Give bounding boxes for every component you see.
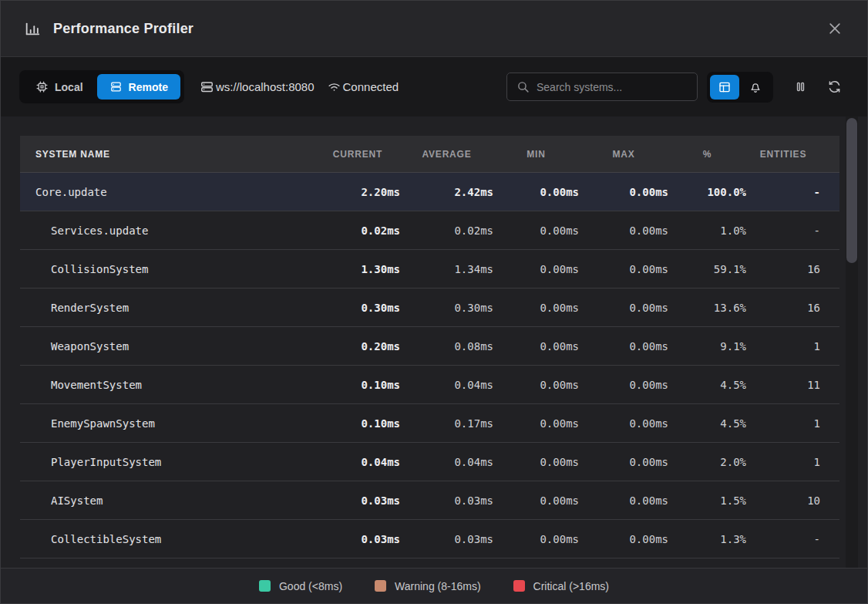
server-icon [200, 79, 214, 94]
table-grid-icon [718, 80, 732, 94]
legend-label: Warning (8-16ms) [395, 580, 481, 592]
legend-item: Warning (8-16ms) [375, 580, 481, 592]
refresh-button[interactable] [821, 74, 847, 100]
legend-item: Critical (>16ms) [513, 580, 609, 592]
window-header: Performance Profiler [1, 1, 867, 57]
column-header: % [668, 149, 746, 160]
legend-label: Good (<8ms) [279, 580, 342, 592]
column-header: MIN [493, 149, 579, 160]
table-row[interactable]: CollectibleSystem 0.03ms 0.03ms 0.00ms 0… [20, 520, 839, 558]
legend-bar: Good (<8ms) Warning (8-16ms) Critical (>… [1, 568, 867, 603]
pause-icon [793, 79, 808, 94]
profiler-table-area: SYSTEM NAMECURRENTAVERAGEMINMAX%ENTITIES… [1, 116, 867, 568]
connection-status-label: Connected [343, 80, 399, 93]
column-header: ENTITIES [746, 149, 820, 160]
column-header: SYSTEM NAME [20, 149, 315, 160]
table-body: Core.update 2.20ms 2.42ms 0.00ms 0.00ms … [20, 173, 839, 558]
close-icon [827, 21, 843, 36]
alerts-button[interactable] [741, 75, 770, 100]
connection-status: Connected [327, 79, 399, 94]
systems-table: SYSTEM NAMECURRENTAVERAGEMINMAX%ENTITIES… [20, 136, 839, 558]
column-header: CURRENT [315, 149, 400, 160]
performance-profiler-window: Performance Profiler Local [0, 0, 868, 604]
source-segmented-control: Local Remote [19, 70, 184, 103]
table-row[interactable]: AISystem 0.03ms 0.03ms 0.00ms 0.00ms 1.5… [20, 481, 839, 520]
wifi-icon [327, 79, 341, 94]
legend-swatch [259, 580, 271, 592]
legend-swatch [375, 580, 386, 592]
remote-tab[interactable]: Remote [97, 74, 180, 100]
local-tab[interactable]: Local [23, 74, 96, 100]
refresh-icon [827, 79, 842, 94]
legend-item: Good (<8ms) [259, 580, 342, 592]
remote-tab-label: Remote [129, 81, 168, 93]
bar-chart-icon [24, 20, 41, 37]
cpu-chip-icon [35, 80, 49, 93]
column-header: MAX [579, 149, 668, 160]
table-row[interactable]: WeaponSystem 0.20ms 0.08ms 0.00ms 0.00ms… [20, 327, 839, 366]
table-row[interactable]: Services.update 0.02ms 0.02ms 0.00ms 0.0… [20, 211, 839, 250]
ws-endpoint: ws://localhost:8080 [200, 79, 315, 94]
table-view-button[interactable] [710, 75, 739, 100]
search-box [506, 73, 698, 101]
local-tab-label: Local [55, 81, 83, 93]
server-icon [109, 80, 123, 93]
legend-swatch [513, 580, 525, 592]
table-row[interactable]: MovementSystem 0.10ms 0.04ms 0.00ms 0.00… [20, 366, 839, 404]
search-input[interactable] [537, 81, 688, 93]
table-row[interactable]: Core.update 2.20ms 2.42ms 0.00ms 0.00ms … [20, 173, 839, 211]
table-row[interactable]: EnemySpawnSystem 0.10ms 0.17ms 0.00ms 0.… [20, 404, 839, 443]
ws-url: ws://localhost:8080 [216, 80, 315, 93]
legend-label: Critical (>16ms) [533, 580, 609, 592]
view-toggle-group [707, 72, 773, 103]
table-row[interactable]: PlayerInputSystem 0.04ms 0.04ms 0.00ms 0… [20, 443, 839, 481]
table-row[interactable]: RenderSystem 0.30ms 0.30ms 0.00ms 0.00ms… [20, 289, 839, 327]
table-header-row: SYSTEM NAMECURRENTAVERAGEMINMAX%ENTITIES [20, 136, 839, 173]
close-button[interactable] [823, 16, 847, 41]
page-title: Performance Profiler [53, 21, 193, 37]
bell-icon [749, 80, 762, 94]
search-icon [516, 80, 530, 93]
table-row[interactable]: CollisionSystem 1.30ms 1.34ms 0.00ms 0.0… [20, 250, 839, 289]
column-header: AVERAGE [400, 149, 493, 160]
scrollbar-thumb[interactable] [846, 118, 857, 263]
pause-button[interactable] [787, 74, 813, 100]
toolbar: Local Remote [1, 57, 867, 116]
scrollbar[interactable] [846, 116, 858, 568]
